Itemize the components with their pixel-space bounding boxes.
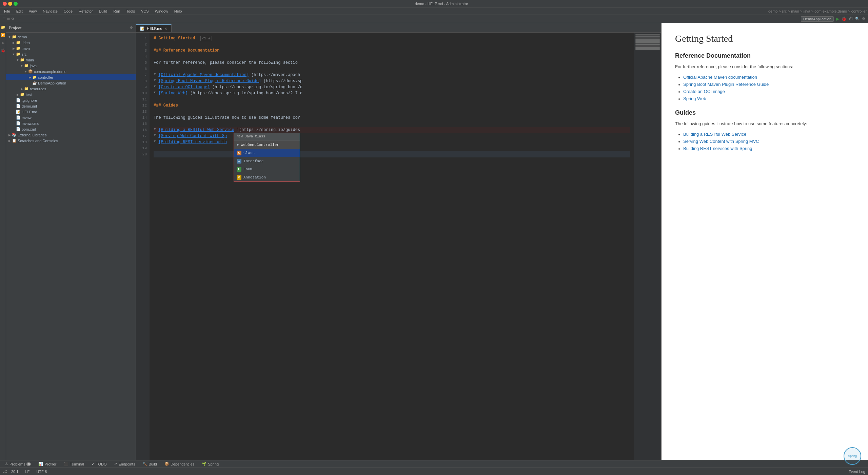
code-editor[interactable]: # Getting Started ✓1 ∧ ### Reference Doc… [150, 33, 634, 460]
autocomplete-item-interface[interactable]: I Interface [234, 157, 300, 165]
code-link-serving[interactable]: [Serving Web Content with Sp [158, 134, 227, 138]
tree-item-pomxml[interactable]: 📄 pom.xml [6, 126, 136, 132]
code-link[interactable]: [Spring Boot Maven Plugin Reference Guid… [158, 79, 261, 83]
run-button[interactable]: ▶ [836, 16, 839, 21]
maximize-button[interactable] [14, 2, 18, 6]
toolbar-icon-structure[interactable]: ⊞ [7, 17, 10, 21]
autocomplete-item-webdemo[interactable]: ● WebDemoController [234, 141, 300, 149]
menu-file[interactable]: File [1, 8, 13, 14]
minimize-button[interactable] [8, 2, 12, 6]
tree-item-resources[interactable]: ▶ 📁 resources [6, 86, 136, 92]
code-link[interactable]: [Create an OCI image] [158, 85, 210, 90]
close-button[interactable] [3, 2, 7, 6]
menu-help[interactable]: Help [172, 8, 185, 14]
preview-link-restful[interactable]: Building a RESTful Web Service [683, 132, 746, 137]
tree-label: .mvn [22, 46, 136, 51]
arrow-icon: ▼ [7, 35, 12, 39]
fold-widget[interactable]: ✓1 ∧ [200, 36, 212, 41]
menu-code[interactable]: Code [61, 8, 75, 14]
tree-item-idea[interactable]: ▶ 📁 .idea [6, 40, 136, 45]
tree-label: java [30, 64, 136, 68]
tree-item-scratches[interactable]: ▶ 📋 Scratches and Consoles [6, 138, 136, 144]
preview-link-oci[interactable]: Create an OCI image [683, 89, 725, 94]
strip-debug-icon[interactable]: 🐞 [0, 48, 6, 54]
tab-endpoints[interactable]: ↗ Endpoints [111, 461, 138, 467]
tree-item-java[interactable]: ▼ 📁 java [6, 63, 136, 69]
menu-run[interactable]: Run [111, 8, 123, 14]
folder-icon: 📁 [16, 46, 21, 51]
tree-item-demo[interactable]: ▼ 📁 demo [6, 34, 136, 40]
tree-item-src[interactable]: ▼ 📁 src [6, 51, 136, 57]
search-button[interactable]: 🔍 [855, 17, 860, 21]
tab-build[interactable]: 🔨 Build [139, 461, 160, 467]
menu-tools[interactable]: Tools [123, 8, 138, 14]
menu-navigate[interactable]: Navigate [40, 8, 60, 14]
autocomplete-item-class[interactable]: C Class [234, 149, 300, 157]
menu-build[interactable]: Build [96, 8, 110, 14]
tree-item-test[interactable]: ▶ 📁 test [6, 92, 136, 97]
tree-item-helpmd[interactable]: 📝 HELP.md [6, 109, 136, 115]
tree-label: demo [18, 35, 136, 39]
tab-terminal[interactable]: ⬛ Terminal [60, 461, 87, 467]
preview-link-spring-boot[interactable]: Spring Boot Maven Plugin Reference Guide [683, 82, 769, 87]
sidebar-settings-icon[interactable]: ⚙ [130, 26, 133, 30]
strip-vcs-icon[interactable]: 🔀 [0, 32, 6, 38]
autocomplete-item-annotation[interactable]: @ Annotation [234, 173, 300, 182]
file-icon: 📄 [16, 115, 21, 120]
tree-item-gitignore[interactable]: 📄 .gitignore [6, 97, 136, 103]
minimap-line [635, 45, 660, 46]
profile-button[interactable]: ⏱ [849, 16, 853, 21]
tab-profiler-label: Profiler [44, 462, 56, 466]
tree-item-mvn[interactable]: ▶ 📁 .mvn [6, 45, 136, 51]
tab-problems[interactable]: ⚠ Problems 0 [1, 461, 34, 467]
tab-spring[interactable]: 🌱 Spring [198, 461, 222, 467]
tab-todo[interactable]: ✓ TODO [88, 461, 110, 467]
tab-helpmd[interactable]: 📝 HELP.md ✕ [136, 24, 172, 32]
code-link[interactable]: [Spring Web] [158, 91, 188, 96]
autocomplete-item-enum[interactable]: E Enum [234, 165, 300, 173]
strip-run-icon[interactable]: ▶ [1, 40, 5, 46]
annotation-icon: @ [237, 175, 241, 180]
tree-item-controller[interactable]: ▶ 📁 controller [6, 74, 136, 80]
tree-item-package[interactable]: ▼ 📦 com.example.demo [6, 69, 136, 74]
toolbar-icon-minus[interactable]: − [16, 17, 18, 21]
toolbar-icon-equals[interactable]: = [19, 17, 21, 21]
status-encoding[interactable]: UTF-8 [36, 470, 47, 474]
run-config-dropdown[interactable]: DemoApplication [801, 16, 834, 22]
preview-link-building-rest[interactable]: Building REST services with Spring [683, 146, 752, 151]
toolbar-icon-config[interactable]: ⚙ [11, 17, 14, 21]
menu-view[interactable]: View [26, 8, 40, 14]
debug-button[interactable]: 🐞 [841, 16, 847, 21]
code-link[interactable]: [Official Apache Maven documentation] [158, 73, 249, 77]
event-log-link[interactable]: Event Log [848, 470, 865, 474]
code-link-building[interactable]: [Building REST services with [158, 140, 227, 145]
settings-button[interactable]: ⚙ [862, 17, 865, 21]
tree-item-demoixml[interactable]: 📄 demo.iml [6, 103, 136, 109]
spring-badge[interactable]: Spring [844, 447, 861, 460]
tab-profiler[interactable]: 📊 Profiler [35, 461, 60, 467]
tree-item-mvnw[interactable]: 📄 mvnw [6, 115, 136, 120]
menu-refactor[interactable]: Refactor [76, 8, 96, 14]
tab-close-icon[interactable]: ✕ [164, 27, 167, 31]
preview-link-serving[interactable]: Serving Web Content with Spring MVC [683, 139, 759, 144]
preview-link-spring-web[interactable]: Spring Web [683, 96, 706, 101]
status-lf[interactable]: LF [25, 470, 29, 474]
menu-window[interactable]: Window [152, 8, 171, 14]
tab-dependencies[interactable]: 📦 Dependencies [161, 461, 198, 467]
tree-item-external-libs[interactable]: ▶ 📚 External Libraries [6, 132, 136, 138]
menu-vcs[interactable]: VCS [138, 8, 152, 14]
preview-link-maven[interactable]: Official Apache Maven documentation [683, 75, 757, 80]
code-link-restful[interactable]: [Building a RESTful Web Service [158, 128, 234, 132]
code-heading: ### Guides [154, 103, 178, 108]
tree-item-mvnwcmd[interactable]: 📄 mvnw.cmd [6, 120, 136, 126]
menu-edit[interactable]: Edit [14, 8, 25, 14]
toolbar-icon-list[interactable]: ☰ [3, 17, 6, 21]
sidebar: Project ⚙ ▼ 📁 demo ▶ 📁 .idea ▶ 📁 [6, 23, 136, 460]
sidebar-tree[interactable]: ▼ 📁 demo ▶ 📁 .idea ▶ 📁 .mvn ▼ 📁 [6, 33, 136, 460]
tree-item-demoapplication[interactable]: ☕ DemoApplication [6, 80, 136, 86]
spring-badge-label: Spring [848, 454, 857, 458]
tree-item-main[interactable]: ▼ 📁 main [6, 57, 136, 63]
problems-count: 0 [26, 462, 31, 466]
tree-label: resources [30, 87, 136, 91]
strip-project-icon[interactable]: 📁 [0, 24, 6, 30]
